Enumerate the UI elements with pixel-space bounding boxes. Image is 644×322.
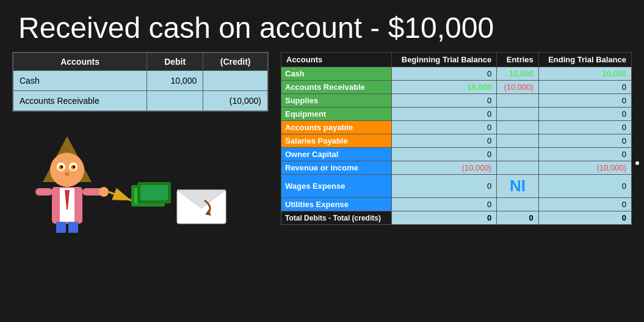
journal-header-credit: (Credit) [203, 53, 268, 71]
trial-balance-table: Accounts Beginning Trial Balance Entries… [281, 52, 632, 225]
svg-point-14 [99, 187, 109, 197]
svg-point-7 [73, 166, 75, 168]
trial-label-supplies: Supplies [281, 94, 392, 108]
journal-credit-ar: (10,000) [203, 91, 268, 112]
journal-row-cash: Cash 10,000 [13, 71, 268, 91]
illustration-area: $ [12, 124, 269, 234]
trial-beginning-total: 0 [391, 211, 497, 225]
trial-label-cash: Cash [281, 67, 392, 81]
trial-beginning-supplies: 0 [391, 94, 497, 108]
journal-header-accounts: Accounts [13, 53, 147, 71]
journal-credit-cash [203, 71, 268, 91]
trial-ending-cash: 10,000 [538, 67, 631, 81]
trial-label-wages: Wages Expense [281, 175, 392, 198]
trial-entries-util [497, 198, 539, 211]
trial-entries-cash: 10,000 [497, 67, 539, 81]
journal-header-debit: Debit [147, 53, 203, 71]
trial-beginning-util: 0 [391, 198, 497, 211]
corner-dot [635, 161, 639, 165]
trial-label-oc: Owner Capital [281, 148, 392, 161]
trial-ending-rev: (10,000) [538, 161, 631, 175]
trial-beginning-ap: 0 [391, 121, 497, 134]
journal-table: Accounts Debit (Credit) Cash 10,000 Acco… [12, 52, 269, 112]
trial-ending-equipment: 0 [538, 108, 631, 121]
trial-row-ar: Accounts Receivable 10,000 (10,000) 0 [281, 81, 632, 94]
trial-label-total: Total Debits - Total (credits) [281, 211, 392, 225]
trial-entries-sp [497, 134, 539, 148]
trial-row-oc: Owner Capital 0 0 [281, 148, 632, 161]
journal-debit-cash: 10,000 [147, 71, 203, 91]
trial-entries-oc [497, 148, 539, 161]
trial-row-supplies: Supplies 0 0 [281, 94, 632, 108]
svg-point-6 [60, 166, 63, 168]
trial-entries-equipment [497, 108, 539, 121]
journal-account-cash: Cash [13, 71, 147, 91]
right-section: Accounts Beginning Trial Balance Entries… [281, 52, 632, 234]
trial-label-util: Utilities Expense [281, 198, 392, 211]
trial-header-ending: Ending Trial Balance [538, 53, 631, 67]
journal-account-ar: Accounts Receivable [13, 91, 147, 112]
trial-label-rev: Revenue or income [281, 161, 392, 175]
trial-entries-wages-ni: NI [497, 175, 539, 198]
trial-entries-total: 0 [497, 211, 539, 225]
trial-beginning-rev: (10,000) [391, 161, 497, 175]
trial-row-rev: Revenue or income (10,000) (10,000) [281, 161, 632, 175]
svg-rect-23 [140, 185, 168, 200]
trial-ending-sp: 0 [538, 134, 631, 148]
svg-point-1 [50, 153, 84, 187]
trial-entries-ap [497, 121, 539, 134]
trial-beginning-oc: 0 [391, 148, 497, 161]
trial-ending-total: 0 [538, 211, 631, 225]
page-title: Received cash on account - $10,000 [0, 0, 644, 52]
trial-row-util: Utilities Expense 0 0 [281, 198, 632, 211]
trial-row-ap: Accounts payable 0 0 [281, 121, 632, 134]
svg-point-8 [65, 172, 70, 176]
trial-beginning-equipment: 0 [391, 108, 497, 121]
trial-label-sp: Salaries Payable [281, 134, 392, 148]
svg-rect-16 [68, 222, 78, 233]
trial-header-beginning: Beginning Trial Balance [391, 53, 497, 67]
trial-ending-util: 0 [538, 198, 631, 211]
trial-beginning-sp: 0 [391, 134, 497, 148]
trial-entries-rev [497, 161, 539, 175]
journal-row-ar: Accounts Receivable (10,000) [13, 91, 268, 112]
trial-row-cash: Cash 0 10,000 10,000 [281, 67, 632, 81]
trial-entries-supplies [497, 94, 539, 108]
trial-header-entries: Entries [497, 53, 539, 67]
trial-ending-supplies: 0 [538, 94, 631, 108]
trial-beginning-cash: 0 [391, 67, 497, 81]
trial-row-wages: Wages Expense 0 NI 0 [281, 175, 632, 198]
journal-debit-ar [147, 91, 203, 112]
trial-label-ap: Accounts payable [281, 121, 392, 134]
trial-label-equipment: Equipment [281, 108, 392, 121]
trial-beginning-wages: 0 [391, 175, 497, 198]
trial-ending-wages: 0 [538, 175, 631, 198]
trial-beginning-ar: 10,000 [391, 81, 497, 94]
svg-rect-15 [56, 222, 66, 233]
trial-header-accounts: Accounts [281, 53, 392, 67]
trial-row-equipment: Equipment 0 0 [281, 108, 632, 121]
trial-ending-ar: 0 [538, 81, 631, 94]
trial-ending-ap: 0 [538, 121, 631, 134]
left-section: Accounts Debit (Credit) Cash 10,000 Acco… [12, 52, 269, 234]
trial-row-sp: Salaries Payable 0 0 [281, 134, 632, 148]
trial-row-total: Total Debits - Total (credits) 0 0 0 [281, 211, 632, 225]
svg-rect-12 [35, 188, 52, 196]
trial-label-ar: Accounts Receivable [281, 81, 392, 94]
svg-line-18 [109, 192, 131, 200]
trial-entries-ar: (10,000) [497, 81, 539, 94]
trial-ending-oc: 0 [538, 148, 631, 161]
